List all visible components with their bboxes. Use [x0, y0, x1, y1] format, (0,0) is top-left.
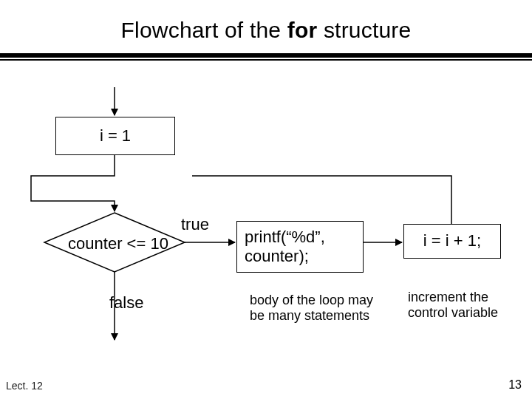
init-box-label: i = 1: [100, 126, 131, 146]
printf-line2: counter);: [245, 247, 309, 265]
increment-note: increment the control variable: [408, 290, 519, 320]
true-label: true: [181, 215, 209, 234]
printf-line1: printf(“%d”,: [245, 228, 325, 246]
body-note: body of the loop may be many statements: [250, 293, 375, 323]
slide: Flowchart of the for structure counter <…: [0, 0, 532, 399]
title-pre: Flowchart of the: [121, 18, 287, 42]
printf-box: printf(“%d”, counter);: [236, 221, 364, 273]
title-post: structure: [317, 18, 411, 42]
printf-box-text: printf(“%d”, counter);: [245, 228, 325, 267]
arrow-init-to-decision: [31, 154, 115, 211]
title-for-word: for: [287, 18, 318, 42]
false-label: false: [109, 293, 143, 313]
decision-text: counter <= 10: [52, 234, 185, 253]
increment-box: i = i + 1;: [403, 224, 501, 259]
title-rule-thin: [0, 59, 532, 61]
footer-left: Lect. 12: [6, 380, 43, 392]
title-rule-thick: [0, 53, 532, 58]
init-box: i = 1: [55, 117, 175, 155]
slide-title: Flowchart of the for structure: [0, 18, 532, 43]
page-number: 13: [508, 378, 522, 392]
increment-box-label: i = i + 1;: [423, 231, 481, 250]
arrow-incr-back: [192, 176, 451, 224]
